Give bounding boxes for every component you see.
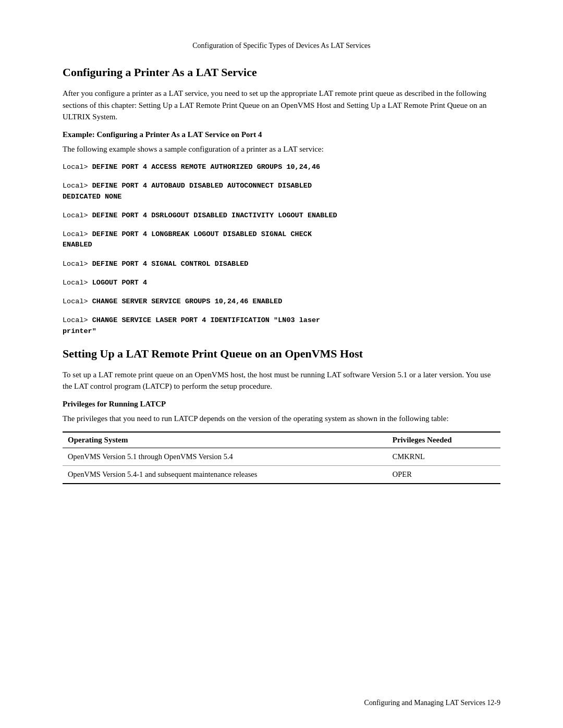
section1-title: Configuring a Printer As a LAT Service (63, 66, 500, 79)
os-cell-2: OpenVMS Version 5.4-1 and subsequent mai… (63, 466, 387, 484)
privileges-table: Operating System Privileges Needed OpenV… (63, 431, 500, 484)
priv-cell-2: OPER (387, 466, 500, 484)
privileges-table-container: Operating System Privileges Needed OpenV… (63, 431, 500, 484)
command-8: Local> CHANGE SERVICE LASER PORT 4 IDENT… (63, 315, 500, 337)
os-cell-1: OpenVMS Version 5.1 through OpenVMS Vers… (63, 448, 387, 466)
section1: Configuring a Printer As a LAT Service A… (63, 66, 500, 337)
command-5: Local> DEFINE PORT 4 SIGNAL CONTROL DISA… (63, 259, 500, 269)
page-footer: Configuring and Managing LAT Services 12… (364, 699, 500, 707)
command-6: Local> LOGOUT PORT 4 (63, 278, 500, 288)
table-header-row: Operating System Privileges Needed (63, 432, 500, 448)
table-row: OpenVMS Version 5.4-1 and subsequent mai… (63, 466, 500, 484)
command-1: Local> DEFINE PORT 4 ACCESS REMOTE AUTHO… (63, 162, 500, 172)
command-4: Local> DEFINE PORT 4 LONGBREAK LOGOUT DI… (63, 229, 500, 251)
header-text: Configuration of Specific Types of Devic… (192, 42, 370, 50)
table-row: OpenVMS Version 5.1 through OpenVMS Vers… (63, 448, 500, 466)
col1-header: Operating System (63, 432, 387, 448)
page-header: Configuration of Specific Types of Devic… (0, 42, 563, 50)
content-area: Configuring a Printer As a LAT Service A… (0, 66, 563, 484)
section2-body: To set up a LAT remote print queue on an… (63, 369, 500, 392)
command-2: Local> DEFINE PORT 4 AUTOBAUD DISABLED A… (63, 181, 500, 202)
command-3: Local> DEFINE PORT 4 DSRLOGOUT DISABLED … (63, 211, 500, 221)
priv-cell-1: CMKRNL (387, 448, 500, 466)
command-7: Local> CHANGE SERVER SERVICE GROUPS 10,2… (63, 297, 500, 307)
example-intro: The following example shows a sample con… (63, 143, 500, 155)
example-title: Example: Configuring a Printer As a LAT … (63, 130, 500, 139)
privileges-title: Privileges for Running LATCP (63, 400, 500, 409)
privileges-body: The privileges that you need to run LATC… (63, 413, 500, 425)
section2: Setting Up a LAT Remote Print Queue on a… (63, 347, 500, 485)
section1-body: After you configure a printer as a LAT s… (63, 88, 500, 123)
col2-header: Privileges Needed (387, 432, 500, 448)
table-body: OpenVMS Version 5.1 through OpenVMS Vers… (63, 448, 500, 484)
section2-title: Setting Up a LAT Remote Print Queue on a… (63, 347, 500, 361)
page: Configuration of Specific Types of Devic… (0, 0, 563, 728)
table-header: Operating System Privileges Needed (63, 432, 500, 448)
